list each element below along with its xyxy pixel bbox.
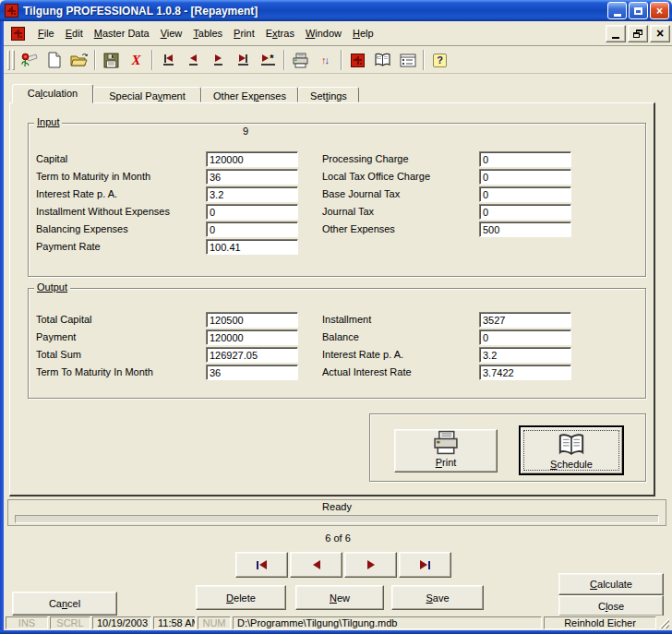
capital-input[interactable] — [206, 151, 298, 167]
previous-record-button[interactable] — [290, 552, 342, 578]
payment-rate-input[interactable] — [206, 239, 298, 255]
form-list-icon[interactable] — [395, 49, 420, 72]
field-label: Term to Maturity in Month — [36, 169, 150, 186]
save-button[interactable]: Save — [391, 585, 484, 610]
toolbar-separator — [341, 50, 342, 70]
mdi-restore-button[interactable] — [628, 25, 648, 42]
help-icon[interactable]: ? — [427, 49, 452, 72]
tab-calculation[interactable]: Calculation — [12, 84, 93, 103]
output-groupbox: Output Total Capital Payment Total Sum T… — [28, 288, 646, 399]
print-icon[interactable] — [288, 49, 313, 72]
progress-bar — [15, 515, 659, 523]
app-logo-icon[interactable] — [345, 49, 370, 72]
installment-output[interactable] — [479, 312, 571, 328]
menu-window[interactable]: Window — [300, 26, 347, 41]
mdi-close-button[interactable]: × — [650, 25, 670, 42]
toolbar-separator — [423, 50, 425, 70]
term-input[interactable] — [206, 169, 298, 185]
document-system-icon[interactable] — [11, 27, 25, 41]
schedule-button[interactable]: Schedule — [520, 426, 623, 474]
menu-master-data[interactable]: Master Data — [89, 26, 155, 41]
interest-rate-input[interactable] — [206, 186, 298, 202]
field-label: Term To Maturity In Month — [36, 365, 153, 382]
field-label: Processing Charge — [322, 151, 409, 169]
balancing-expenses-input[interactable] — [206, 221, 298, 237]
previous-record-icon[interactable] — [181, 49, 206, 72]
total-capital-output[interactable] — [206, 312, 298, 328]
print-button-label: Print — [436, 457, 457, 468]
toolbar-separator — [283, 50, 285, 70]
save-icon[interactable] — [99, 49, 124, 72]
delete-button[interactable]: Delete — [196, 585, 286, 610]
new-record-icon[interactable]: * — [256, 49, 281, 72]
toolbar-grip[interactable] — [7, 50, 10, 70]
book-icon — [555, 433, 588, 457]
insert-mode-indicator: INS — [6, 616, 48, 629]
app-window: Tilgung PROFESSIONAL 1.0.8 - [Repayment]… — [0, 0, 672, 634]
last-record-button[interactable] — [399, 552, 451, 578]
menu-file[interactable]: File — [32, 26, 60, 41]
input-group-label: Input — [34, 116, 62, 127]
printer-icon — [430, 430, 462, 455]
window-title: Tilgung PROFESSIONAL 1.0.8 - [Repayment] — [23, 5, 606, 18]
window-bottom-border — [0, 630, 672, 634]
local-tax-office-charge-input[interactable] — [479, 169, 571, 185]
refresh-icon[interactable]: ↑↓ — [313, 49, 338, 72]
menu-tables[interactable]: Tables — [187, 26, 228, 41]
field-label: Other Expenses — [322, 221, 395, 239]
new-button[interactable]: New — [295, 585, 384, 610]
menu-extras[interactable]: Extras — [260, 26, 300, 41]
first-record-icon[interactable] — [156, 49, 181, 72]
schedule-button-label: Schedule — [550, 459, 593, 470]
actual-interest-rate-output[interactable] — [479, 365, 571, 380]
journal-tax-input[interactable] — [479, 204, 571, 220]
record-id-label: 9 — [195, 126, 296, 137]
processing-charge-input[interactable] — [479, 151, 571, 167]
field-label: Actual Interest Rate — [322, 365, 412, 382]
open-folder-icon[interactable] — [66, 49, 91, 72]
close-button[interactable]: × — [650, 2, 669, 19]
close-form-button[interactable]: Close — [558, 595, 664, 616]
interest-rate-output[interactable] — [479, 347, 571, 363]
next-record-button[interactable] — [344, 552, 397, 578]
field-label: Base Journal Tax — [322, 186, 400, 204]
print-button[interactable]: Print — [394, 429, 498, 473]
first-record-button[interactable] — [235, 552, 288, 578]
repayment-form: Calculation Special Payment Other Expens… — [4, 74, 672, 616]
minimize-button[interactable] — [607, 2, 627, 19]
menu-help[interactable]: Help — [347, 26, 379, 41]
tab-special-payment[interactable]: Special Payment — [93, 87, 201, 102]
cancel-button[interactable]: Cancel — [12, 592, 117, 616]
total-sum-output[interactable] — [206, 347, 298, 363]
installment-without-expenses-input[interactable] — [206, 204, 298, 220]
tab-other-expenses[interactable]: Other Expenses — [201, 87, 298, 102]
toolbar-grip2[interactable] — [12, 50, 15, 70]
tab-settings[interactable]: Settings — [298, 87, 359, 102]
toolbar-separator — [151, 50, 153, 70]
resize-grip[interactable] — [658, 616, 670, 629]
term-output[interactable] — [206, 365, 298, 380]
exit-rose-icon[interactable] — [17, 49, 42, 72]
delete-record-icon[interactable]: X — [124, 49, 149, 72]
maximize-button[interactable] — [629, 2, 648, 19]
field-label: Payment Rate — [36, 239, 101, 257]
other-expenses-input[interactable] — [479, 221, 571, 237]
num-lock-indicator: NUM — [198, 616, 231, 629]
last-record-icon[interactable] — [231, 49, 256, 72]
mdi-minimize-button[interactable] — [606, 25, 626, 42]
calculate-button[interactable]: Calculate — [558, 573, 664, 595]
payment-output[interactable] — [206, 329, 298, 345]
new-document-icon[interactable] — [42, 49, 66, 72]
status-message-panel: Ready — [7, 499, 666, 526]
base-journal-tax-input[interactable] — [479, 186, 571, 202]
balance-output[interactable] — [479, 329, 571, 345]
time-display: 11:58 AM — [153, 616, 196, 629]
field-label: Installment Without Expenses — [36, 204, 170, 221]
menu-view[interactable]: View — [155, 26, 188, 41]
menu-edit[interactable]: Edit — [60, 26, 89, 41]
schedule-book-icon[interactable] — [370, 49, 395, 72]
field-label: Balancing Expenses — [36, 221, 128, 239]
menu-print[interactable]: Print — [228, 26, 260, 41]
next-record-icon[interactable] — [206, 49, 231, 72]
database-path-display: D:\Programme\Tilgung\Tilgung.mdb — [233, 616, 542, 629]
